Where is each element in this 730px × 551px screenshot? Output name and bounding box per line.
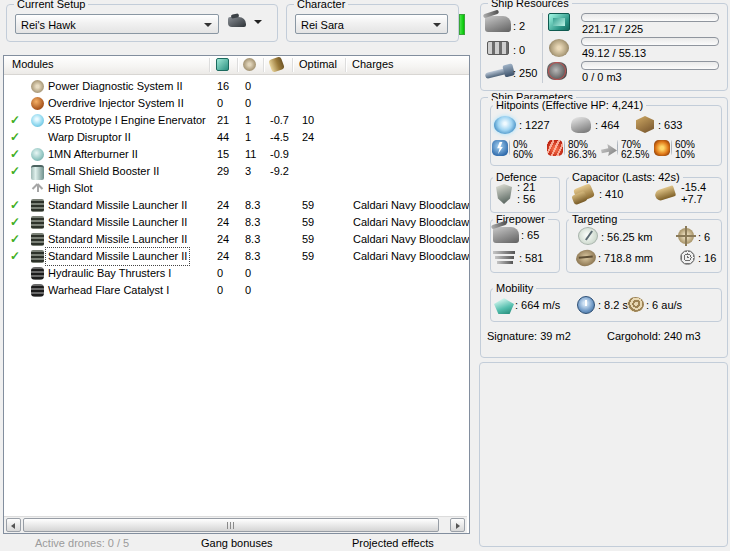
module-optimal: 59 (302, 197, 314, 214)
missile-launcher-module-icon (31, 250, 44, 263)
scrollbar-thumb[interactable] (23, 518, 439, 532)
table-row[interactable]: Hydraulic Bay Thrusters I00 (4, 265, 469, 282)
table-row[interactable]: ✓Standard Missile Launcher II248.359Cald… (4, 197, 469, 214)
capacitor-recharge: +7.7 (681, 193, 703, 205)
table-row[interactable]: Overdrive Injector System II00 (4, 95, 469, 112)
module-name[interactable]: Standard Missile Launcher II (48, 214, 187, 231)
shield-hp-value: : 1227 (519, 119, 550, 131)
module-name[interactable]: Overdrive Injector System II (48, 95, 184, 112)
capacitor-title: Capacitor (Lasts: 42s) (569, 171, 683, 183)
module-charge: Caldari Navy Bloodclaw (353, 248, 469, 265)
targeting-group: Targeting : 56.25 km : 6 : 718.8 mm : 16 (566, 219, 722, 273)
table-row[interactable]: ✓Standard Missile Launcher II248.359Cald… (4, 214, 469, 231)
module-name[interactable]: 1MN Afterburner II (48, 146, 138, 163)
volley-icon (493, 227, 519, 243)
rig-module-icon (31, 267, 44, 280)
optimal-column-header[interactable]: Optimal (299, 58, 337, 70)
module-optimal: 59 (302, 248, 314, 265)
module-name[interactable]: Warp Disruptor II (48, 129, 131, 146)
fitted-check-icon: ✓ (10, 214, 20, 231)
fitted-check-icon: ✓ (10, 248, 20, 265)
module-name[interactable]: Hydraulic Bay Thrusters I (48, 265, 171, 282)
tab-active-drones[interactable]: Active drones: 0 / 5 (35, 537, 129, 549)
module-name[interactable]: X5 Prototype I Engine Enervator (48, 112, 206, 129)
powergrid-usage-value: 49.12 / 55.13 (582, 47, 646, 59)
module-cpu: 24 (217, 248, 229, 265)
scan-resolution-icon (574, 248, 597, 269)
powergrid-icon (549, 39, 569, 57)
module-optimal: 24 (302, 129, 314, 146)
module-powergrid: 8.3 (245, 231, 260, 248)
scroll-right-button[interactable] (450, 518, 465, 532)
table-row[interactable]: Power Diagnostic System II160 (4, 78, 469, 95)
modules-list[interactable]: Modules Optimal Charges Power Diagnostic… (3, 55, 470, 534)
capacitor-delta-icon (654, 185, 676, 202)
module-powergrid: 1 (245, 129, 251, 146)
mobility-group: Mobility : 664 m/s : 8.2 s : 6 au/s (490, 288, 722, 322)
charges-column-header[interactable]: Charges (352, 58, 394, 70)
mobility-title: Mobility (493, 282, 536, 294)
capacitor-group: Capacitor (Lasts: 42s) : 410 -15.4 +7.7 (566, 177, 722, 213)
warp-disruptor-module-icon (31, 131, 44, 144)
module-optimal: 10 (302, 112, 314, 129)
module-powergrid: 11 (245, 146, 256, 163)
table-row[interactable]: ✓Warp Disruptor II441-4.524 (4, 129, 469, 146)
modules-list-header[interactable]: Modules Optimal Charges (4, 56, 469, 75)
module-cpu: 0 (217, 265, 223, 282)
armor-hp-icon (571, 117, 591, 133)
powergrid-module-icon (31, 80, 44, 93)
module-powergrid: 0 (245, 78, 251, 95)
cpu-bar (581, 13, 719, 22)
module-name[interactable]: Warhead Flare Catalyst I (48, 282, 169, 299)
ship-menu-button[interactable] (228, 14, 264, 34)
afterburner-module-icon (31, 148, 44, 161)
eft-window: { "current_setup": { "label": "Current S… (0, 0, 730, 551)
table-row[interactable]: ✓1MN Afterburner II1511-0.9 (4, 146, 469, 163)
tab-projected-effects[interactable]: Projected effects (352, 537, 434, 549)
module-name[interactable]: Small Shield Booster II (48, 163, 159, 180)
module-powergrid: 0 (245, 282, 251, 299)
current-setup-group: Current Setup Rei's Hawk (6, 4, 278, 42)
character-select[interactable]: Rei Sara (295, 14, 448, 34)
character-select-value: Rei Sara (301, 19, 344, 31)
module-powergrid: 8.3 (245, 248, 260, 265)
module-powergrid: 0 (245, 265, 251, 282)
module-optimal: 59 (302, 214, 314, 231)
module-powergrid: 1 (245, 112, 251, 129)
fitted-check-icon: ✓ (10, 163, 20, 180)
drone-info-panel (479, 362, 728, 547)
module-name[interactable]: Power Diagnostic System II (48, 78, 183, 95)
scroll-left-button[interactable] (6, 518, 21, 532)
capacitor-drain: -15.4 (681, 181, 706, 193)
table-row[interactable]: Warhead Flare Catalyst I00 (4, 282, 469, 299)
defence-value-2: : 56 (517, 193, 535, 205)
table-row[interactable]: ✓Standard Missile Launcher II248.359Cald… (4, 248, 469, 265)
table-row[interactable]: ✓X5 Prototype I Engine Enervator211-0.71… (4, 112, 469, 129)
launcher-hardpoints-icon (487, 41, 509, 55)
module-cpu: 15 (217, 146, 229, 163)
module-cpu: 29 (217, 163, 229, 180)
modules-column-header[interactable]: Modules (12, 58, 54, 70)
fitted-check-icon: ✓ (10, 197, 20, 214)
module-name[interactable]: Standard Missile Launcher II (48, 231, 187, 248)
module-name[interactable]: High Slot (48, 180, 93, 197)
armor-hp-value: : 464 (595, 119, 619, 131)
max-velocity-icon (494, 298, 514, 314)
fitted-check-icon: ✓ (10, 112, 20, 129)
setup-select[interactable]: Rei's Hawk (15, 14, 219, 34)
max-velocity-value: : 664 m/s (515, 299, 560, 311)
em-resist-icon (492, 140, 508, 156)
table-row[interactable]: ✓Standard Missile Launcher II248.359Cald… (4, 231, 469, 248)
module-name[interactable]: Standard Missile Launcher II (48, 197, 187, 214)
tab-gang-bonuses[interactable]: Gang bonuses (201, 537, 273, 549)
defence-shield-icon (496, 184, 512, 204)
horizontal-scrollbar[interactable] (4, 516, 467, 533)
capacitor-amount: : 410 (599, 188, 623, 200)
table-row[interactable]: High Slot (4, 180, 469, 197)
module-name[interactable]: Standard Missile Launcher II (46, 248, 189, 265)
em-resist-cell: 0% 60% (492, 139, 546, 161)
rig-module-icon (31, 284, 44, 297)
fitted-check-icon: ✓ (10, 146, 20, 163)
warp-speed-icon (627, 297, 644, 312)
table-row[interactable]: ✓Small Shield Booster II293-9.2 (4, 163, 469, 180)
